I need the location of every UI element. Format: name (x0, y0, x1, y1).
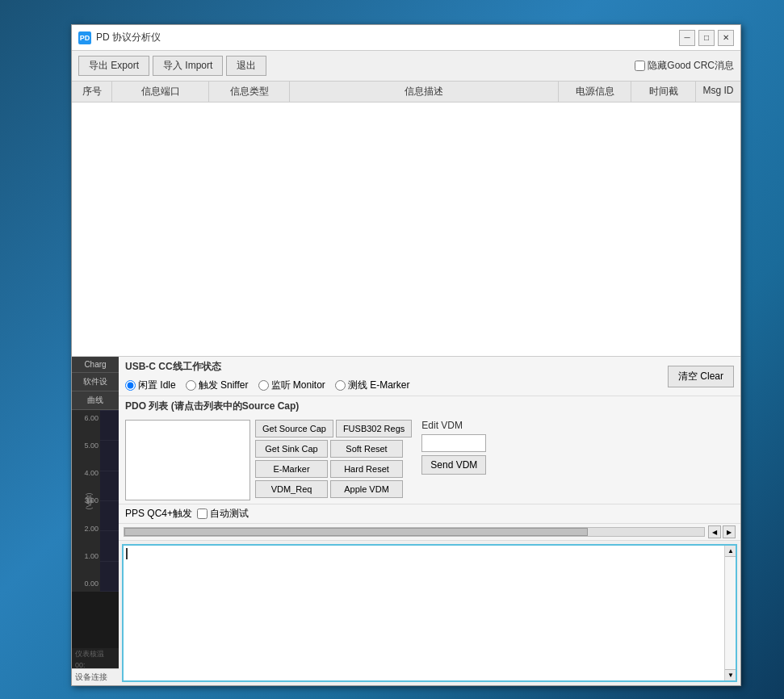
col-port: 信息端口 (112, 82, 209, 102)
radio-idle[interactable]: 闲置 Idle (125, 379, 176, 392)
pps-row: PPS QC4+触发 自动测试 (119, 504, 740, 524)
scroll-left-button[interactable]: ◀ (708, 525, 721, 538)
window-body: 导出 Export 导入 Import 退出 隐藏Good CRC消息 序号 信… (72, 51, 740, 685)
pdo-row: PDO 列表 (请点击列表中的Source Cap) Get Source Ca… (119, 396, 740, 504)
table-body[interactable] (72, 103, 740, 356)
col-seq: 序号 (72, 82, 112, 102)
cc-status-title: USB-C CC线工作状态 (125, 360, 410, 374)
pps-label: PPS QC4+触发 (125, 507, 192, 521)
y-axis-title: 代线(Volt) (84, 492, 94, 509)
fusb302-regs-button[interactable]: FUSB302 Regs (336, 420, 412, 437)
maximize-button[interactable]: □ (698, 30, 715, 46)
pdo-list[interactable] (125, 420, 250, 500)
toolbar: 导出 Export 导入 Import 退出 隐藏Good CRC消息 (72, 51, 740, 82)
scroll-right-button[interactable]: ▶ (723, 525, 736, 538)
vdm-req-button[interactable]: VDM_Req (255, 480, 328, 498)
app-icon: PD (78, 31, 91, 44)
edit-vdm-input[interactable] (421, 434, 486, 452)
col-power: 电源信息 (559, 82, 631, 102)
edit-vdm-section: Edit VDM Send VDM (421, 420, 486, 500)
quit-button[interactable]: 退出 (226, 56, 266, 76)
text-scroll-down-button[interactable]: ▼ (725, 669, 736, 680)
auto-test-label[interactable]: 自动测试 (197, 507, 249, 521)
text-box-area: ▲ ▼ (119, 541, 740, 685)
thumbnail-labels: 仪表核温 (72, 648, 119, 660)
send-vdm-button[interactable]: Send VDM (421, 455, 486, 475)
col-time: 时间截 (631, 82, 696, 102)
pdo-btn-row-1: Get Source Cap FUSB302 Regs (255, 420, 412, 437)
import-button[interactable]: 导入 Import (153, 56, 223, 76)
thumbnail-image (72, 592, 119, 648)
thumbnail-section: 仪表核温 00: (72, 592, 119, 668)
edit-vdm-label: Edit VDM (421, 420, 486, 431)
table-section: 序号 信息端口 信息类型 信息描述 电源信息 时间截 Msg ID (72, 82, 740, 356)
pdo-buttons: Get Source Cap FUSB302 Regs Get Sink Cap… (255, 420, 412, 500)
pdo-btn-row-2: Get Sink Cap Soft Reset (255, 440, 412, 458)
auto-test-checkbox[interactable] (197, 509, 208, 519)
text-scroll-up-button[interactable]: ▲ (725, 546, 736, 557)
left-sidebar: Charg 软件设 曲线 6.00 5.00 4.00 (72, 357, 119, 685)
right-section: USB-C CC线工作状态 闲置 Idle 触发 Sniffer (119, 357, 740, 685)
table-header: 序号 信息端口 信息类型 信息描述 电源信息 时间截 Msg ID (72, 82, 740, 103)
col-msg: Msg ID (696, 82, 740, 102)
device-label: 设备连接 (72, 668, 119, 685)
window-title: PD 协议分析仪 (96, 31, 679, 44)
main-window: PD PD 协议分析仪 ─ □ ✕ 导出 Export 导入 Import 退出… (71, 24, 741, 686)
radio-monitor[interactable]: 监听 Monitor (258, 379, 325, 392)
radio-emarker[interactable]: 测线 E-Marker (335, 379, 410, 392)
hide-good-crc-label[interactable]: 隐藏Good CRC消息 (635, 59, 734, 73)
chart-section: 6.00 5.00 4.00 3.00 2.00 1.00 0.00 (72, 410, 119, 592)
scroll-track[interactable] (124, 527, 705, 537)
col-desc: 信息描述 (290, 82, 559, 102)
export-button[interactable]: 导出 Export (78, 56, 149, 76)
scroll-thumb[interactable] (124, 528, 588, 536)
text-cursor (126, 548, 128, 559)
get-sink-cap-button[interactable]: Get Sink Cap (255, 440, 328, 458)
close-button[interactable]: ✕ (718, 30, 734, 46)
sidebar-tab-chart[interactable]: 曲线 (72, 391, 119, 410)
bottom-section: Charg 软件设 曲线 6.00 5.00 4.00 (72, 356, 740, 685)
pdo-title: PDO 列表 (请点击列表中的Source Cap) (125, 400, 734, 413)
cc-status-row: USB-C CC线工作状态 闲置 Idle 触发 Sniffer (119, 357, 740, 396)
apple-vdm-button[interactable]: Apple VDM (330, 480, 403, 498)
soft-reset-button[interactable]: Soft Reset (330, 440, 403, 458)
chart-grid: 代线(Volt) (100, 410, 119, 592)
scroll-buttons: ◀ ▶ (708, 525, 736, 538)
text-output-content[interactable] (124, 546, 724, 680)
sidebar-tab-software[interactable]: 软件设 (72, 373, 119, 391)
clear-button[interactable]: 清空 Clear (668, 366, 734, 387)
pdo-btn-row-3: E-Marker Hard Reset (255, 460, 412, 478)
get-source-cap-button[interactable]: Get Source Cap (255, 420, 333, 437)
minimize-button[interactable]: ─ (679, 30, 695, 46)
col-type: 信息类型 (209, 82, 290, 102)
title-bar: PD PD 协议分析仪 ─ □ ✕ (72, 25, 740, 51)
sidebar-tab-charg[interactable]: Charg (72, 357, 119, 373)
text-output-box: ▲ ▼ (122, 544, 737, 682)
radio-sniffer[interactable]: 触发 Sniffer (186, 379, 249, 392)
e-marker-button[interactable]: E-Marker (255, 460, 328, 478)
text-scrollbar: ▲ ▼ (724, 546, 736, 680)
radio-group-cc: 闲置 Idle 触发 Sniffer 监听 Monitor (125, 379, 410, 392)
pdo-btn-row-4: VDM_Req Apple VDM (255, 480, 412, 498)
scroll-row: ◀ ▶ (119, 524, 740, 541)
hide-good-crc-checkbox[interactable] (635, 61, 645, 71)
window-controls: ─ □ ✕ (679, 30, 734, 46)
hard-reset-button[interactable]: Hard Reset (330, 460, 403, 478)
